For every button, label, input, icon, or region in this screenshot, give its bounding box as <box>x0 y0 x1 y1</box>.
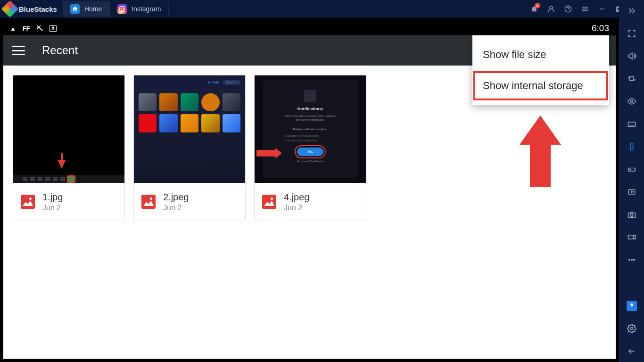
settings-icon[interactable] <box>627 323 637 334</box>
fullscreen-icon[interactable] <box>627 28 637 39</box>
account-icon[interactable] <box>547 5 555 13</box>
help-icon[interactable] <box>564 5 572 13</box>
android-status-bar: ▲ FF ⛏ A 6:03 <box>3 21 616 35</box>
notifications-icon[interactable]: 6 <box>530 5 538 13</box>
svg-rect-12 <box>630 143 633 150</box>
file-thumbnail: ● HelpSearch <box>134 75 245 183</box>
titlebar: BlueStacks Home Instagram 6 <box>0 0 644 18</box>
a-icon: A <box>50 25 57 32</box>
file-card[interactable]: Notifications Don't miss out on special … <box>254 75 366 221</box>
tab-label: Instagram <box>132 5 161 13</box>
notification-badge: 6 <box>535 3 540 8</box>
gamepad-icon[interactable] <box>627 164 637 174</box>
ff-icon: FF <box>23 25 30 32</box>
menu-item-show-file-size[interactable]: Show file size <box>472 39 609 70</box>
device-icon[interactable] <box>627 141 637 152</box>
file-name: 1.jpg <box>42 192 63 203</box>
image-file-icon <box>21 195 35 209</box>
file-date: Jun 2 <box>163 204 189 212</box>
page-title: Recent <box>42 44 78 57</box>
media-icon[interactable] <box>627 187 637 197</box>
warning-icon: ▲ <box>10 25 16 32</box>
menu-item-show-internal-storage[interactable]: Show internal storage <box>472 70 609 101</box>
menu-icon[interactable] <box>581 5 589 13</box>
file-date: Jun 2 <box>42 204 63 212</box>
collapse-sidebar-icon[interactable] <box>627 6 637 16</box>
svg-point-16 <box>630 214 633 216</box>
more-icon[interactable] <box>627 255 637 265</box>
file-date: Jun 2 <box>284 204 310 212</box>
svg-point-10 <box>630 100 633 103</box>
svg-rect-11 <box>628 122 635 127</box>
svg-point-21 <box>630 328 633 330</box>
image-file-icon <box>141 195 156 209</box>
file-card[interactable]: 1.jpg Jun 2 <box>13 75 125 221</box>
right-sidebar <box>619 0 644 362</box>
tab-home[interactable]: Home <box>63 1 110 16</box>
tool-icon: ⛏ <box>37 25 43 32</box>
status-icons: ▲ FF ⛏ A <box>10 25 57 32</box>
svg-point-18 <box>628 259 630 261</box>
record-icon[interactable] <box>627 232 637 242</box>
svg-point-20 <box>633 259 635 261</box>
file-thumbnail <box>13 75 124 183</box>
main-viewport: ▲ FF ⛏ A 6:03 Recent 1.jpg <box>0 18 619 362</box>
brand-label: BlueStacks <box>19 5 57 13</box>
svg-rect-15 <box>628 213 635 218</box>
svg-point-19 <box>631 259 632 261</box>
back-icon[interactable] <box>627 346 637 356</box>
image-file-icon <box>262 195 276 209</box>
camera-icon[interactable] <box>627 209 637 220</box>
bluestacks-logo-icon <box>1 0 19 18</box>
eye-icon[interactable] <box>627 96 637 107</box>
options-dropdown: Show file size Show internal storage <box>472 35 609 105</box>
file-name: 2.jpeg <box>163 192 189 203</box>
help-sidebar-icon[interactable] <box>627 301 637 311</box>
svg-rect-13 <box>628 168 635 172</box>
file-card[interactable]: ● HelpSearch 2.jpeg Jun 2 <box>133 75 246 221</box>
svg-rect-17 <box>628 235 633 239</box>
volume-icon[interactable] <box>627 51 637 61</box>
file-name: 4.jpeg <box>284 192 310 203</box>
hamburger-icon[interactable] <box>12 46 25 55</box>
file-thumbnail: Notifications Don't miss out on special … <box>255 75 366 183</box>
tab-label: Home <box>84 5 102 13</box>
home-icon <box>70 4 80 14</box>
svg-point-0 <box>550 6 553 9</box>
status-time: 6:03 <box>592 23 609 33</box>
tab-instagram[interactable]: Instagram <box>110 1 169 16</box>
android-area: ▲ FF ⛏ A 6:03 Recent 1.jpg <box>3 21 616 359</box>
keyboard-icon[interactable] <box>627 119 637 129</box>
instagram-icon <box>117 4 127 14</box>
minimize-icon[interactable] <box>598 5 606 13</box>
annotation-arrow-icon <box>520 115 561 187</box>
location-icon[interactable] <box>627 74 637 84</box>
